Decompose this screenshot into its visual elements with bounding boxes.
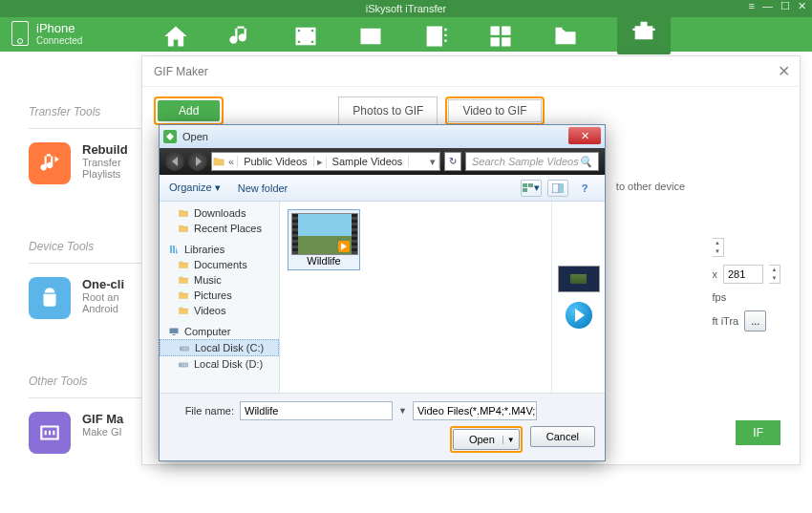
tab-photos-to-gif[interactable]: Photos to GIF: [338, 96, 438, 125]
maximize-icon[interactable]: ☐: [780, 0, 790, 12]
tree-videos[interactable]: Videos: [160, 303, 279, 318]
dialog-titlebar[interactable]: Open ✕: [160, 125, 605, 148]
crumb-segment[interactable]: Public Videos: [238, 156, 313, 167]
app-header: iSkysoft iTransfer ≡ ― ☐ ✕ iPhone Connec…: [0, 0, 812, 52]
spinner[interactable]: ▲▼: [769, 265, 780, 284]
files-icon[interactable]: [552, 23, 579, 50]
cancel-button[interactable]: Cancel: [530, 426, 595, 447]
filename-label: File name:: [169, 405, 234, 417]
filetype-combo[interactable]: Video Files(*.MP4;*.M4V;*.3GP;▼: [413, 401, 537, 420]
svg-rect-2: [523, 188, 527, 192]
gif-settings: ▲▼ x ▲▼ fps ft iTra ...: [713, 238, 781, 339]
dialog-app-icon: [163, 130, 177, 143]
add-button[interactable]: Add: [158, 100, 220, 121]
video-icon[interactable]: [292, 23, 319, 50]
tree-documents[interactable]: Documents: [160, 257, 279, 272]
nav-tabs: [162, 17, 671, 54]
view-mode-icon[interactable]: ▾: [521, 180, 542, 197]
output-label: ft iTra: [713, 315, 739, 327]
dialog-navbar: « Public Videos▸ Sample Videos ▾ ↻ Searc…: [160, 148, 605, 175]
tab-video-to-gif[interactable]: Video to GIF: [448, 99, 541, 122]
window-controls: ≡ ― ☐ ✕: [749, 0, 806, 12]
app-title: iSkysoft iTransfer: [366, 3, 447, 14]
tree-computer[interactable]: Computer: [160, 324, 279, 339]
tool-desc: Root an: [82, 291, 124, 303]
svg-rect-0: [523, 183, 527, 187]
music-icon[interactable]: [227, 23, 254, 50]
android-icon: [29, 277, 71, 319]
device-panel[interactable]: iPhone Connected: [11, 21, 82, 46]
tool-desc: Make GI: [82, 426, 123, 438]
spinner[interactable]: ▲▼: [713, 238, 724, 257]
search-icon: 🔍: [579, 156, 592, 168]
back-icon[interactable]: [165, 152, 184, 171]
preview-play-icon[interactable]: [566, 302, 592, 329]
preview-pane-icon[interactable]: [547, 180, 568, 197]
photo-icon[interactable]: [357, 23, 384, 50]
play-overlay-icon: [338, 241, 350, 252]
tool-title: Rebuild: [82, 142, 128, 157]
highlight-open: Open▼: [450, 426, 523, 453]
dialog-close-icon[interactable]: ✕: [568, 127, 601, 144]
tree-libraries[interactable]: Libraries: [160, 242, 279, 257]
dialog-footer: File name: ▼ Video Files(*.MP4;*.M4V;*.3…: [160, 393, 605, 460]
fps-label: fps: [713, 291, 727, 303]
search-input[interactable]: Search Sample Videos 🔍: [465, 152, 599, 171]
help-icon[interactable]: ?: [574, 180, 595, 197]
organize-button[interactable]: Organize ▾: [169, 182, 221, 194]
tool-desc: Transfer: [82, 157, 128, 168]
open-button[interactable]: Open▼: [453, 429, 520, 450]
toolbox-icon: [630, 17, 657, 44]
breadcrumb[interactable]: « Public Videos▸ Sample Videos ▾: [211, 152, 440, 171]
highlight-video-tab: Video to GIF: [445, 96, 544, 125]
tree-music[interactable]: Music: [160, 272, 279, 288]
device-status: Connected: [36, 35, 82, 46]
open-dropdown-icon[interactable]: ▼: [502, 436, 515, 444]
titlebar: iSkysoft iTransfer: [0, 0, 812, 17]
gif-icon: [29, 412, 71, 454]
tool-desc: Playlists: [82, 168, 128, 180]
tree-drive-d[interactable]: Local Disk (D:): [160, 356, 279, 372]
video-thumbnail-icon: [291, 213, 358, 255]
folder-icon: [212, 155, 225, 168]
width-input[interactable]: [723, 265, 763, 284]
phone-icon: [11, 21, 29, 46]
refresh-icon[interactable]: ↻: [444, 152, 461, 171]
file-item-wildlife[interactable]: Wildlife: [288, 209, 360, 270]
gif-tabs: Photos to GIF Video to GIF: [338, 96, 544, 125]
close-icon[interactable]: ✕: [798, 0, 806, 12]
tool-title: GIF Ma: [82, 412, 123, 426]
other-device-label: to other device: [616, 181, 685, 192]
menu-icon[interactable]: ≡: [749, 0, 755, 12]
rebuild-icon: [29, 142, 71, 184]
svg-rect-1: [528, 183, 533, 187]
panel-close-icon[interactable]: ✕: [778, 62, 790, 80]
file-label: Wildlife: [291, 255, 356, 267]
search-placeholder: Search Sample Videos: [472, 156, 579, 167]
tree-downloads[interactable]: Downloads: [160, 205, 279, 221]
toolbox-tab-active[interactable]: [617, 10, 671, 54]
browse-button[interactable]: ...: [744, 310, 766, 331]
preview-thumb: [558, 266, 600, 292]
tree-pictures[interactable]: Pictures: [160, 288, 279, 303]
tool-title: One-cli: [82, 277, 124, 291]
home-icon[interactable]: [162, 23, 189, 50]
tree-recent[interactable]: Recent Places: [160, 221, 279, 236]
filename-input[interactable]: [240, 401, 393, 420]
crumb-segment[interactable]: Sample Videos: [327, 156, 410, 167]
tree-drive-c[interactable]: Local Disk (C:): [160, 339, 279, 356]
create-gif-button[interactable]: IF: [736, 420, 780, 445]
new-folder-button[interactable]: New folder: [238, 182, 288, 194]
apps-icon[interactable]: [487, 23, 514, 50]
folder-tree[interactable]: Downloads Recent Places Libraries Docume…: [160, 202, 280, 393]
dialog-body: Downloads Recent Places Libraries Docume…: [160, 202, 605, 393]
preview-pane: [551, 202, 605, 393]
open-file-dialog: Open ✕ « Public Videos▸ Sample Videos ▾ …: [159, 124, 606, 461]
svg-rect-3: [552, 183, 559, 193]
svg-rect-4: [560, 183, 564, 193]
contacts-icon[interactable]: [422, 23, 449, 50]
file-list[interactable]: Wildlife: [280, 202, 551, 393]
minimize-icon[interactable]: ―: [762, 0, 773, 12]
forward-icon[interactable]: [188, 152, 207, 171]
dialog-title: Open: [182, 131, 208, 142]
